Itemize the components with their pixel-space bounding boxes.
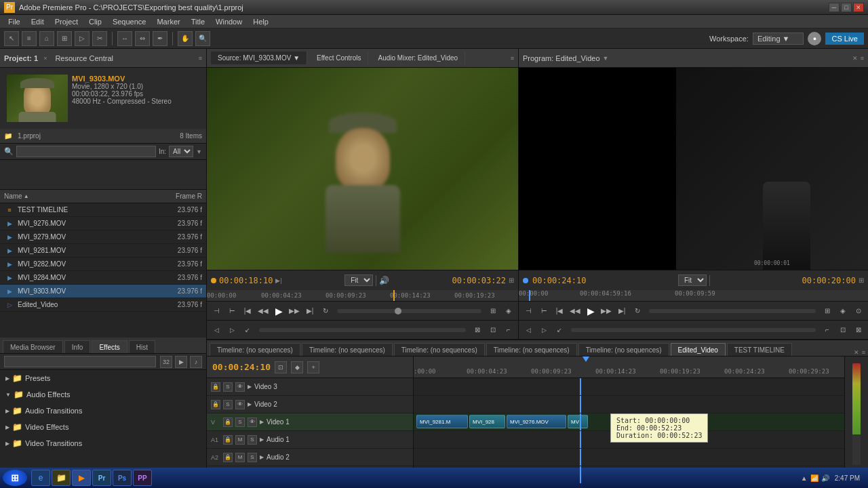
clip-mvi9281[interactable]: MVI_9281.M <box>416 415 468 428</box>
tab-effects[interactable]: Effects <box>92 340 127 353</box>
list-item[interactable]: ▷ Edited_Video 23.976 f <box>0 298 206 312</box>
prog-btn-lift[interactable]: ⌐ <box>821 323 834 337</box>
tab-info[interactable]: Info <box>64 340 91 353</box>
taskbar-premiere[interactable]: Pr <box>92 470 111 486</box>
tab-timeline-4[interactable]: Timeline: (no sequences) <box>486 343 577 356</box>
tab-timeline-edited-video[interactable]: Edited_Video <box>671 343 726 356</box>
timeline-close-btn[interactable]: ✕ <box>854 349 859 356</box>
taskbar-pp2[interactable]: PP <box>133 470 152 486</box>
menu-marker[interactable]: Marker <box>151 16 185 27</box>
list-item[interactable]: ▶ MVI_9284.MOV 23.976 f <box>0 271 206 285</box>
prog-btn-trim-back[interactable]: ◁ <box>521 323 535 337</box>
menu-title[interactable]: Title <box>186 16 210 27</box>
btn-goto-out[interactable]: ▶| <box>303 304 317 318</box>
taskbar-ps[interactable]: Ps <box>113 470 132 486</box>
panel-menu-btn[interactable]: ≡ <box>199 55 202 62</box>
track-expand-a2[interactable]: ▶ <box>260 454 264 460</box>
list-item[interactable]: ▶ MVI_9282.MOV 23.976 f <box>0 258 206 271</box>
track-eye-v3[interactable]: 👁 <box>235 382 245 392</box>
taskbar-ie[interactable]: e <box>31 470 50 486</box>
filter-icon[interactable]: ▼ <box>196 148 202 155</box>
btn-mark-in[interactable]: ⊣ <box>210 304 223 318</box>
btn-insert-in[interactable]: ▷ <box>225 323 239 337</box>
workspace-dropdown[interactable]: Editing ▼ <box>753 33 804 45</box>
source-settings-icon[interactable]: ⊞ <box>509 277 514 284</box>
tray-icon-1[interactable]: ▲ <box>801 474 808 482</box>
effects-search-input[interactable] <box>4 356 156 367</box>
track-expand-v2[interactable]: ▶ <box>248 401 252 407</box>
program-timecode[interactable]: 00:00:24:10 <box>532 276 586 285</box>
track-sync-v2[interactable]: S <box>223 400 233 409</box>
resource-central-title[interactable]: Resource Central <box>55 54 113 62</box>
tool-pen[interactable]: ✒ <box>153 31 167 46</box>
zoom-bar[interactable] <box>259 328 466 332</box>
tray-network-icon[interactable]: 📶 <box>810 474 818 482</box>
effects-group-presets-header[interactable]: ▶ 📁 Presets <box>5 372 201 384</box>
timeline-menu-btn[interactable]: ≡ <box>862 349 865 356</box>
track-lock-a1[interactable]: 🔒 <box>223 435 233 445</box>
track-eye-v2[interactable]: 👁 <box>235 400 245 409</box>
btn-overwrite-in[interactable]: ◁ <box>210 323 223 337</box>
prog-btn-goto-in[interactable]: |◀ <box>553 304 566 318</box>
tool-zoom[interactable]: 🔍 <box>195 31 210 46</box>
prog-btn-loop[interactable]: ↻ <box>631 304 644 318</box>
tab-hist[interactable]: Hist <box>129 340 155 353</box>
tool-razor[interactable]: ✂ <box>92 31 107 46</box>
prog-zoom-bar[interactable] <box>571 328 816 332</box>
tab-timeline-5[interactable]: Timeline: (no sequences) <box>578 343 669 356</box>
list-item[interactable]: ▶ MVI_9281.MOV 23.976 f <box>0 244 206 258</box>
track-sync-v1[interactable]: S <box>235 418 245 427</box>
taskbar-media-player[interactable]: ▶ <box>72 470 91 486</box>
timeline-current-time[interactable]: 00:00:24:10 <box>212 362 271 372</box>
prog-btn-goto-out[interactable]: ▶| <box>615 304 629 318</box>
track-eye-v1[interactable]: 👁 <box>248 418 257 427</box>
menu-sequence[interactable]: Sequence <box>107 16 152 27</box>
btn-trim[interactable]: ⊠ <box>471 323 484 337</box>
track-lock-v1[interactable]: 🔒 <box>223 418 233 427</box>
program-settings-icon[interactable]: ⊞ <box>859 277 864 284</box>
timeline-playhead-indicator[interactable] <box>580 357 587 378</box>
menu-edit[interactable]: Edit <box>26 16 50 27</box>
track-mute-a2[interactable]: M <box>235 453 245 462</box>
source-speaker-icon[interactable]: 🔊 <box>379 276 389 285</box>
prog-btn-output[interactable]: ◈ <box>836 304 850 318</box>
track-sync-v3[interactable]: S <box>223 382 233 392</box>
track-lock-v2[interactable]: 🔒 <box>211 400 220 409</box>
effects-group-video-effects-header[interactable]: ▶ 📁 Video Effects <box>5 421 201 433</box>
jog-bar[interactable] <box>337 309 481 313</box>
search-input[interactable] <box>16 146 156 157</box>
menu-clip[interactable]: Clip <box>83 16 107 27</box>
prog-btn-step-forward[interactable]: ▶▶ <box>599 304 613 318</box>
prog-btn-extra[interactable]: ⊙ <box>852 304 865 318</box>
btn-loop[interactable]: ↻ <box>319 304 332 318</box>
btn-mark-out[interactable]: ⊢ <box>225 304 239 318</box>
btn-step-forward[interactable]: ▶▶ <box>288 304 301 318</box>
jog-handle[interactable] <box>395 308 401 314</box>
effects-group-audio-header[interactable]: ▼ 📁 Audio Effects <box>5 388 201 401</box>
program-panel-menu[interactable]: ≡ <box>861 55 864 62</box>
btn-output[interactable]: ◈ <box>502 304 515 318</box>
btn-play[interactable]: ▶ <box>272 304 285 318</box>
menu-file[interactable]: File <box>3 16 26 27</box>
prog-btn-trim-forward[interactable]: ▷ <box>537 323 551 337</box>
tab-effect-controls[interactable]: Effect Controls <box>310 52 368 64</box>
btn-goto-in[interactable]: |◀ <box>241 304 254 318</box>
tray-sound-icon[interactable]: 🔊 <box>821 474 829 482</box>
effects-group-video-transitions-header[interactable]: ▶ 📁 Video Transitions <box>5 437 201 449</box>
tool-hand[interactable]: ✋ <box>178 31 193 46</box>
effect-icon-video[interactable]: ▶ <box>175 356 187 368</box>
track-solo-a1[interactable]: S <box>248 435 257 445</box>
list-item[interactable]: ≡ TEST TIMELINE 23.976 f <box>0 203 206 217</box>
list-item[interactable]: ▶ MVI_9276.MOV 23.976 f <box>0 217 206 230</box>
minimize-button[interactable]: ─ <box>829 3 840 12</box>
program-dropdown-icon[interactable]: ▼ <box>603 55 609 62</box>
tl-btn-snap[interactable]: ⊡ <box>275 361 287 373</box>
prog-btn-safe-margins[interactable]: ⊞ <box>821 304 834 318</box>
prog-jog-bar[interactable] <box>649 309 816 313</box>
prog-btn-play[interactable]: ▶ <box>584 304 597 318</box>
source-panel-menu[interactable]: ≡ <box>511 55 514 62</box>
cs-live-button[interactable]: CS Live <box>825 33 864 45</box>
tab-source[interactable]: Source: MVI_9303.MOV ▼ <box>211 52 307 64</box>
tool-rolling[interactable]: ⊞ <box>57 31 72 46</box>
program-fit-dropdown[interactable]: Fit <box>678 274 707 286</box>
